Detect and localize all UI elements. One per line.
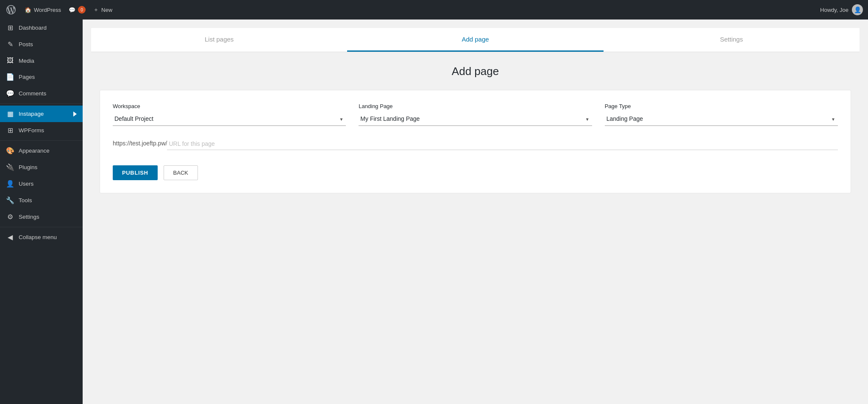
sidebar-item-appearance[interactable]: 🎨 Appearance [0,142,83,159]
site-name-button[interactable]: 🏠 WordPress [25,7,61,13]
comments-button[interactable]: 💬 0 [69,6,86,14]
tab-add-page[interactable]: Add page [347,28,603,52]
site-name: WordPress [34,7,61,13]
sidebar-item-media[interactable]: 🖼 Media [0,53,83,69]
sidebar-label-collapse: Collapse menu [19,234,57,240]
pages-icon: 📄 [6,73,14,81]
landing-page-label: Landing Page [359,103,592,109]
new-button[interactable]: ＋ New [93,6,112,14]
sidebar-item-dashboard[interactable]: ⊞ Dashboard [0,20,83,36]
tab-list-pages[interactable]: List pages [91,28,347,52]
sidebar-label-users: Users [19,181,33,187]
workspace-group: Workspace Default Project [113,103,346,126]
sidebar-arrow-icon [73,111,77,117]
sidebar-label-tools: Tools [19,197,32,203]
users-icon: 👤 [6,180,14,188]
posts-icon: ✎ [6,40,14,48]
main-content: List pages Add page Settings Add page W [83,20,868,404]
form-selects-row: Workspace Default Project Landing Page M… [113,103,838,126]
url-input[interactable] [167,138,838,150]
tab-settings[interactable]: Settings [604,28,860,52]
plus-icon: ＋ [93,6,99,14]
sidebar-label-dashboard: Dashboard [19,25,47,31]
sidebar-item-tools[interactable]: 🔧 Tools [0,192,83,209]
url-row: https://test.joeftp.pw/ [113,138,838,153]
sidebar: ⊞ Dashboard ✎ Posts 🖼 Media 📄 Pages 💬 Co… [0,20,83,404]
media-icon: 🖼 [6,57,14,64]
sidebar-item-wpforms[interactable]: ⊞ WPForms [0,122,83,139]
new-label: New [101,7,112,13]
tools-icon: 🔧 [6,196,14,204]
sidebar-item-pages[interactable]: 📄 Pages [0,69,83,85]
instapage-icon: ▦ [6,110,14,118]
landing-page-select-wrapper: My First Landing Page [359,112,592,126]
collapse-icon: ◀ [6,233,14,241]
wpforms-icon: ⊞ [6,126,14,134]
back-button[interactable]: BACK [164,165,198,180]
button-row: PUBLISH BACK [113,165,838,180]
plugins-icon: 🔌 [6,163,14,171]
workspace-select-wrapper: Default Project [113,112,346,126]
wp-logo-button[interactable] [5,4,17,16]
landing-page-select[interactable]: My First Landing Page [359,112,592,126]
workspace-select[interactable]: Default Project [113,112,346,126]
page-area: Add page Workspace Default Project Landi… [91,52,860,202]
avatar[interactable]: 👤 [852,4,863,15]
page-type-select-wrapper: Landing Page [605,112,838,126]
settings-sidebar-icon: ⚙ [6,213,14,221]
admin-bar-right: Howdy, Joe 👤 [820,4,863,15]
sidebar-item-plugins[interactable]: 🔌 Plugins [0,159,83,176]
comments-icon: 💬 [69,7,75,13]
page-type-select[interactable]: Landing Page [605,112,838,126]
dashboard-icon: ⊞ [6,24,14,32]
landing-page-group: Landing Page My First Landing Page [359,103,592,126]
url-prefix: https://test.joeftp.pw/ [113,140,167,150]
comment-count: 0 [78,6,86,14]
sidebar-item-posts[interactable]: ✎ Posts [0,36,83,53]
appearance-icon: 🎨 [6,147,14,155]
tab-bar: List pages Add page Settings [91,28,860,52]
sidebar-label-media: Media [19,58,34,64]
sidebar-label-pages: Pages [19,74,35,80]
publish-button[interactable]: PUBLISH [113,165,158,180]
sidebar-label-posts: Posts [19,41,33,47]
page-title: Add page [100,65,851,78]
sidebar-item-collapse[interactable]: ◀ Collapse menu [0,229,83,245]
comments-sidebar-icon: 💬 [6,89,14,98]
sidebar-label-plugins: Plugins [19,164,37,170]
sidebar-item-comments[interactable]: 💬 Comments [0,85,83,102]
page-type-label: Page Type [605,103,838,109]
howdy-text: Howdy, Joe [820,7,849,13]
sidebar-item-instapage[interactable]: ▦ Instapage [0,106,83,122]
sidebar-item-users[interactable]: 👤 Users [0,176,83,192]
sidebar-label-appearance: Appearance [19,148,50,154]
sidebar-item-settings[interactable]: ⚙ Settings [0,209,83,225]
sidebar-label-wpforms: WPForms [19,127,44,134]
sidebar-label-settings: Settings [19,214,39,220]
page-type-group: Page Type Landing Page [605,103,838,126]
admin-bar: 🏠 WordPress 💬 0 ＋ New Howdy, Joe 👤 [0,0,868,20]
workspace-label: Workspace [113,103,346,109]
sidebar-label-instapage: Instapage [19,111,44,117]
add-page-card: Workspace Default Project Landing Page M… [100,90,851,193]
wp-logo-icon [5,4,17,16]
home-icon: 🏠 [25,7,31,13]
sidebar-label-comments: Comments [19,90,46,97]
